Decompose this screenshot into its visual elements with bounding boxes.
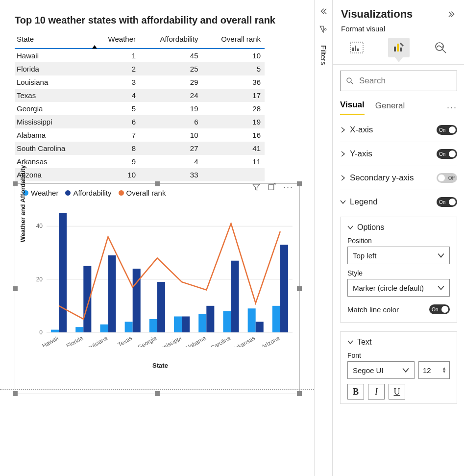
- legend-item[interactable]: Affordability: [65, 189, 111, 197]
- resize-handle[interactable]: [155, 181, 160, 186]
- collapse-pane-icon[interactable]: [447, 10, 456, 19]
- pane-title: Visualizations: [341, 8, 413, 21]
- column-header[interactable]: State: [15, 32, 77, 49]
- svg-rect-17: [133, 269, 141, 332]
- toggle-x-axis[interactable]: On: [437, 125, 457, 135]
- tabs-more-icon[interactable]: ···: [447, 102, 457, 113]
- format-visual-icon[interactable]: [388, 38, 410, 57]
- filters-pane-icon[interactable]: [318, 25, 328, 34]
- options-header[interactable]: Options: [347, 223, 450, 232]
- match-line-color-label: Match line color: [347, 305, 399, 314]
- position-label: Position: [347, 237, 450, 245]
- style-select[interactable]: Marker (circle default): [347, 279, 450, 297]
- underline-button[interactable]: U: [389, 384, 405, 400]
- svg-rect-42: [394, 47, 396, 51]
- svg-line-48: [351, 82, 353, 84]
- svg-rect-19: [149, 319, 157, 332]
- table-row[interactable]: Louisiana32936: [15, 75, 265, 89]
- resize-handle[interactable]: [297, 286, 302, 291]
- table-row[interactable]: Alabama71016: [15, 128, 265, 142]
- svg-rect-14: [108, 255, 116, 332]
- card-secondary-y-axis[interactable]: Secondary y-axis Off: [340, 166, 457, 190]
- svg-text:Louisiana: Louisiana: [84, 334, 109, 347]
- tab-visual[interactable]: Visual: [340, 100, 365, 115]
- svg-text:20: 20: [36, 276, 43, 283]
- y-axis-title: Weather and Affordability: [19, 165, 26, 242]
- resize-handle[interactable]: [13, 181, 18, 186]
- table-row[interactable]: Arizona1033: [15, 168, 265, 181]
- chevron-down-icon: [438, 284, 444, 291]
- svg-rect-22: [174, 317, 182, 333]
- svg-rect-7: [51, 330, 59, 332]
- svg-text:Georgia: Georgia: [136, 334, 158, 347]
- svg-text:Arkansas: Arkansas: [232, 334, 256, 347]
- table-row[interactable]: Hawaii14510: [15, 49, 265, 62]
- toggle-secondary-y-axis[interactable]: Off: [437, 173, 457, 183]
- build-visual-icon[interactable]: [346, 38, 367, 57]
- table-row[interactable]: Arkansas9411: [15, 155, 265, 168]
- more-options-icon[interactable]: ···: [283, 182, 293, 192]
- svg-rect-43: [397, 44, 399, 51]
- chart-canvas: 02040HawaiiFloridaLouisianaTexasGeorgiaM…: [23, 200, 297, 347]
- svg-point-37: [325, 28, 326, 30]
- italic-button[interactable]: I: [368, 384, 385, 400]
- card-x-axis[interactable]: X-axis On: [340, 118, 457, 142]
- expand-panel-icon[interactable]: [319, 7, 328, 16]
- legend-item[interactable]: Overall rank: [119, 189, 166, 197]
- tab-general[interactable]: General: [375, 101, 405, 115]
- toggle-match-line-color[interactable]: On: [429, 304, 450, 314]
- svg-text:Florida: Florida: [65, 334, 84, 347]
- column-header[interactable]: Weather: [77, 32, 140, 49]
- column-header[interactable]: Overall rank: [202, 32, 265, 49]
- svg-rect-44: [400, 48, 402, 51]
- focus-mode-icon[interactable]: [268, 183, 276, 192]
- resize-handle[interactable]: [297, 181, 302, 186]
- svg-rect-10: [75, 327, 83, 332]
- svg-text:0: 0: [39, 329, 43, 336]
- legend-item[interactable]: Weather: [23, 189, 58, 197]
- resize-handle[interactable]: [155, 391, 160, 396]
- svg-point-45: [436, 43, 443, 50]
- position-select[interactable]: Top left: [347, 247, 450, 264]
- search-icon: [345, 76, 354, 85]
- card-label: Legend: [350, 197, 378, 207]
- card-legend[interactable]: Legend On: [340, 190, 457, 214]
- toggle-y-axis[interactable]: On: [437, 149, 457, 159]
- svg-rect-23: [182, 317, 190, 333]
- text-header[interactable]: Text: [347, 338, 450, 347]
- table-row[interactable]: Texas42417: [15, 89, 265, 102]
- svg-text:Arizona: Arizona: [260, 334, 281, 347]
- chevron-down-icon: [402, 367, 409, 374]
- column-header[interactable]: Affordability: [140, 32, 202, 49]
- x-axis-title: State: [23, 362, 297, 369]
- toggle-legend[interactable]: On: [437, 197, 457, 207]
- svg-rect-20: [157, 282, 165, 332]
- svg-rect-16: [125, 322, 133, 332]
- font-size-input[interactable]: ▲▼: [418, 361, 450, 379]
- resize-handle[interactable]: [13, 286, 18, 291]
- table-row[interactable]: Mississippi6619: [15, 115, 265, 128]
- table-row[interactable]: South Carolina82741: [15, 142, 265, 155]
- report-title: Top 10 weather states with affordability…: [15, 15, 309, 26]
- svg-rect-38: [350, 42, 363, 53]
- chart-visual[interactable]: ··· WeatherAffordabilityOverall rank Wea…: [15, 183, 300, 394]
- data-table: StateWeatherAffordabilityOverall rank Ha…: [15, 32, 265, 181]
- svg-rect-35: [280, 245, 288, 332]
- bold-button[interactable]: B: [347, 384, 364, 400]
- svg-rect-25: [198, 314, 206, 332]
- analytics-icon[interactable]: [430, 38, 451, 57]
- pane-subtitle: Format visual: [333, 25, 464, 33]
- search-box[interactable]: [340, 71, 457, 91]
- table-row[interactable]: Georgia51928: [15, 102, 265, 115]
- step-down-icon[interactable]: ▼: [442, 370, 446, 374]
- svg-rect-0: [269, 184, 274, 190]
- resize-handle[interactable]: [13, 391, 18, 396]
- filter-icon[interactable]: [252, 183, 261, 192]
- search-input[interactable]: [358, 75, 464, 86]
- filters-label[interactable]: Filters: [319, 45, 328, 65]
- font-family-select[interactable]: Segoe UI: [347, 361, 415, 379]
- table-row[interactable]: Florida2255: [15, 62, 265, 75]
- card-y-axis[interactable]: Y-axis On: [340, 142, 457, 166]
- svg-rect-11: [83, 266, 91, 332]
- resize-handle[interactable]: [297, 391, 302, 396]
